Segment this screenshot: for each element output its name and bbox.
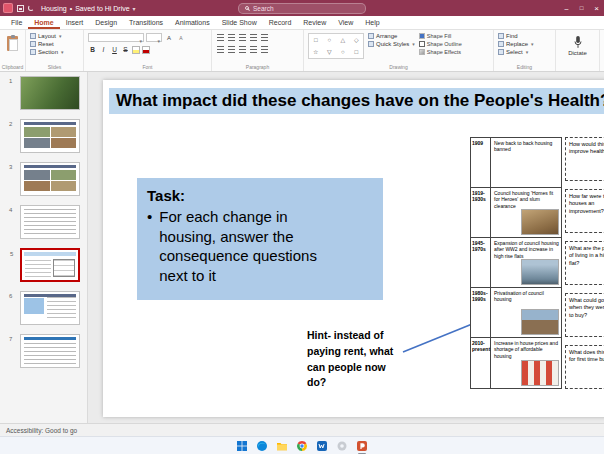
period-cell: 2010-present <box>471 338 491 388</box>
tab-view[interactable]: View <box>332 16 359 29</box>
slide-editor[interactable]: What impact did these changes have on th… <box>88 72 604 423</box>
question-box-1[interactable]: How would this improve health? <box>565 137 604 181</box>
drawing-group: Arrange Quick Styles Shape Fill Shape Ou… <box>304 30 494 71</box>
highlight-color-button[interactable] <box>132 46 140 54</box>
indent-decrease-icon[interactable] <box>238 33 247 42</box>
layout-button[interactable]: Layout <box>30 33 64 39</box>
slide-title-textbox[interactable]: What impact did these changes have on th… <box>109 88 604 114</box>
titlebar: Housing • Saved to Hi Drive Search <box>0 0 604 16</box>
bullets-icon[interactable] <box>216 33 225 42</box>
search-box[interactable]: Search <box>238 3 366 14</box>
question-box-2[interactable]: How far were the new houses an improveme… <box>565 189 604 233</box>
question-box-5[interactable]: What does this mean for first time buyer… <box>565 345 604 389</box>
start-button-icon[interactable] <box>236 440 248 452</box>
quick-styles-button[interactable]: Quick Styles <box>368 41 415 47</box>
tab-slide-show[interactable]: Slide Show <box>216 16 263 29</box>
question-box-3[interactable]: What are the problems of living in a hig… <box>565 241 604 285</box>
dictate-button[interactable]: Dictate <box>568 35 587 56</box>
thumb-photo-grid <box>24 127 76 148</box>
bold-button[interactable]: B <box>88 45 97 54</box>
maximize-button[interactable] <box>574 0 589 16</box>
paste-button[interactable] <box>7 36 18 51</box>
diamond-shape-icon[interactable] <box>354 37 359 43</box>
reset-button[interactable]: Reset <box>30 41 64 47</box>
rectangle-shape-icon[interactable] <box>314 37 318 43</box>
word-icon[interactable] <box>316 440 328 452</box>
slide-canvas[interactable]: What impact did these changes have on th… <box>103 80 604 417</box>
numbering-icon[interactable] <box>227 33 236 42</box>
decrease-font-size-button[interactable] <box>176 33 186 42</box>
close-button[interactable] <box>589 0 604 16</box>
slide-thumbnail-7[interactable]: 7 <box>20 334 80 368</box>
tab-animations[interactable]: Animations <box>169 16 216 29</box>
line-spacing-icon[interactable] <box>260 33 269 42</box>
select-button[interactable]: Select <box>498 49 534 55</box>
tab-record[interactable]: Record <box>263 16 298 29</box>
select-label: Select <box>506 49 523 55</box>
font-size-select[interactable] <box>146 33 162 42</box>
tab-help[interactable]: Help <box>359 16 385 29</box>
group-label-paragraph: Paragraph <box>212 64 303 70</box>
task-textbox[interactable]: Task: For each change in housing, answer… <box>137 178 383 300</box>
indent-increase-icon[interactable] <box>249 33 258 42</box>
shape-effects-button[interactable]: Shape Effects <box>419 49 462 55</box>
minimize-button[interactable] <box>559 0 574 16</box>
slide-thumbnail-panel[interactable]: 1 2 3 4 <box>0 72 88 423</box>
slide-thumbnail-5-selected[interactable]: 5 <box>20 248 80 282</box>
accessibility-status[interactable]: Accessibility: Good to go <box>6 427 77 434</box>
powerpoint-taskbar-icon[interactable] <box>356 440 368 452</box>
increase-font-size-button[interactable] <box>164 33 174 42</box>
chrome-icon[interactable] <box>296 440 308 452</box>
tab-design[interactable]: Design <box>89 16 123 29</box>
section-button[interactable]: Section <box>30 49 64 55</box>
arrow-shape-icon[interactable] <box>327 49 332 55</box>
arrange-icon <box>368 33 374 39</box>
shapes-gallery[interactable] <box>308 33 364 59</box>
shape-fill-button[interactable]: Shape Fill <box>419 33 462 39</box>
align-left-icon[interactable] <box>216 45 225 54</box>
justify-icon[interactable] <box>249 45 258 54</box>
star-shape-icon[interactable] <box>313 49 318 55</box>
tab-home[interactable]: Home <box>28 16 59 29</box>
italic-button[interactable]: I <box>99 45 108 54</box>
timeline-table[interactable]: 1909 New back to back housing banned 191… <box>470 137 562 389</box>
slide-thumbnail-1[interactable]: 1 <box>20 76 80 110</box>
underline-button[interactable]: U <box>110 45 119 54</box>
document-title[interactable]: Housing • Saved to Hi Drive <box>41 5 136 12</box>
powerpoint-app-icon[interactable] <box>3 3 13 13</box>
find-button[interactable]: Find <box>498 33 534 39</box>
tab-file[interactable]: File <box>5 16 28 29</box>
slide-thumbnail-6[interactable]: 6 <box>20 291 80 325</box>
slide-thumbnail-2[interactable]: 2 <box>20 119 80 153</box>
align-right-icon[interactable] <box>238 45 247 54</box>
shape-outline-button[interactable]: Shape Outline <box>419 41 462 47</box>
circle-shape-icon[interactable] <box>341 49 345 55</box>
save-icon[interactable] <box>17 5 24 12</box>
tab-insert[interactable]: Insert <box>60 16 90 29</box>
settings-icon[interactable] <box>336 440 348 452</box>
slide-thumbnail-3[interactable]: 3 <box>20 162 80 196</box>
tab-transitions[interactable]: Transitions <box>123 16 169 29</box>
tab-review[interactable]: Review <box>297 16 332 29</box>
timeline-row-1945-1970s: 1945-1970s Expansion of council housing … <box>471 238 561 288</box>
edge-icon[interactable] <box>256 440 268 452</box>
thumb-title-placeholder <box>24 337 76 340</box>
font-name-select[interactable] <box>88 33 144 42</box>
columns-icon[interactable] <box>260 45 269 54</box>
triangle-shape-icon[interactable] <box>340 37 345 43</box>
replace-button[interactable]: Replace <box>498 41 534 47</box>
strikethrough-button[interactable]: S <box>121 45 130 54</box>
search-placeholder: Search <box>253 5 274 12</box>
font-color-button[interactable] <box>142 46 150 54</box>
slide-number: 5 <box>10 251 13 257</box>
clipboard-group: Clipboard <box>0 30 26 71</box>
arrange-button[interactable]: Arrange <box>368 33 415 39</box>
file-explorer-icon[interactable] <box>276 440 288 452</box>
square-shape-icon[interactable] <box>354 49 358 55</box>
ellipse-shape-icon[interactable] <box>327 37 331 43</box>
question-box-4[interactable]: What could go wrong when they were price… <box>565 293 604 337</box>
slide-thumbnail-4[interactable]: 4 <box>20 205 80 239</box>
undo-icon[interactable] <box>28 5 34 11</box>
hint-textbox[interactable]: Hint- instead of paying rent, what can p… <box>307 328 405 391</box>
align-center-icon[interactable] <box>227 45 236 54</box>
